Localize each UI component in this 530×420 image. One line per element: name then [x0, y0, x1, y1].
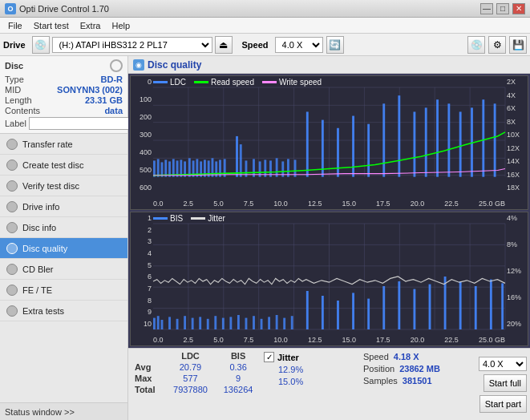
mid-key: MID [5, 85, 21, 95]
svg-rect-100 [352, 293, 354, 329]
chart-header-icon: ◉ [133, 59, 144, 71]
start-part-button[interactable]: Start part [479, 395, 527, 413]
stats-row-avg: Avg 20.79 0.36 [131, 361, 261, 373]
eject-button[interactable]: ⏏ [215, 36, 233, 54]
jitter-checkbox[interactable]: ✓ [264, 352, 274, 362]
legend-write-speed: Write speed [262, 78, 322, 87]
mid-val: SONYNN3 (002) [57, 85, 123, 95]
svg-rect-60 [494, 103, 496, 176]
chart2-y-axis-left: 10 9 8 7 6 5 4 3 2 1 [131, 212, 153, 329]
svg-rect-92 [261, 319, 263, 329]
svg-rect-80 [168, 317, 171, 329]
menu-extra[interactable]: Extra [75, 20, 106, 31]
svg-rect-107 [459, 281, 462, 329]
speed-select-stats[interactable]: 4.0 X [479, 357, 527, 371]
label-input[interactable] [29, 117, 132, 130]
stats-avg-bis: 0.36 [216, 361, 261, 373]
legend-read-speed: Read speed [194, 78, 254, 87]
transfer-rate-icon [6, 139, 18, 150]
content-area: ◉ Disc quality LDC Read speed [128, 56, 530, 420]
sidebar-item-disc-quality[interactable]: Disc quality [0, 238, 127, 259]
drive-label: Drive [3, 40, 26, 50]
minimize-button[interactable]: — [480, 3, 493, 14]
menu-file[interactable]: File [3, 20, 27, 31]
titlebar-title: Opti Drive Control 1.70 [19, 4, 109, 14]
chart1-svg [153, 87, 505, 193]
svg-rect-102 [382, 286, 385, 329]
svg-rect-77 [153, 318, 156, 329]
sidebar-item-cd-bler[interactable]: CD Bler [0, 259, 127, 280]
close-button[interactable]: ✕ [512, 3, 525, 14]
save-button[interactable]: 💾 [509, 36, 527, 54]
svg-rect-84 [199, 317, 201, 329]
start-full-button[interactable]: Start full [483, 374, 527, 392]
legend-jitter: Jitter [191, 214, 225, 223]
svg-rect-79 [161, 320, 164, 329]
stats-total-ldc: 7937880 [165, 384, 216, 395]
chart1-y-axis-left: 600 500 400 300 200 100 0 [131, 76, 153, 193]
status-window-button[interactable]: Status window >> [0, 402, 127, 420]
svg-rect-54 [425, 107, 427, 176]
drive-select[interactable]: (H:) ATAPI iHBS312 2 PL17 [52, 37, 212, 53]
extra-tests-icon [6, 305, 18, 317]
titlebar: O Opti Drive Control 1.70 — □ ✕ [0, 0, 530, 18]
contents-val: data [104, 106, 123, 115]
legend-read-speed-color [194, 81, 208, 83]
refresh-button[interactable]: 🔄 [326, 36, 344, 54]
app-icon: O [5, 3, 16, 14]
legend-ldc-color [153, 81, 168, 83]
svg-rect-91 [253, 316, 255, 329]
cd-bler-icon [6, 264, 18, 275]
length-val: 23.31 GB [85, 95, 123, 105]
type-val: BD-R [101, 75, 123, 84]
stats-avg-ldc: 20.79 [165, 361, 216, 373]
svg-rect-82 [184, 316, 186, 329]
chart2: BIS Jitter 10 9 8 7 6 5 4 3 [130, 212, 528, 346]
chart2-plot [153, 224, 505, 329]
svg-rect-46 [306, 111, 309, 176]
sidebar-item-fe-te[interactable]: FE / TE [0, 280, 127, 301]
stats-col-bis: BIS [216, 350, 261, 361]
speed-stat-val: 4.18 X [394, 352, 419, 361]
disc-section-label: Disc [5, 61, 23, 71]
charts-area: LDC Read speed Write speed 600 500 400 [128, 74, 530, 348]
position-label: Position [363, 364, 394, 374]
stats-row-max: Max 577 9 [131, 373, 261, 384]
svg-rect-108 [475, 286, 477, 329]
svg-rect-103 [398, 281, 400, 329]
position-val: 23862 MB [399, 364, 440, 374]
svg-rect-49 [352, 116, 354, 177]
chart2-svg [153, 224, 505, 329]
svg-rect-57 [459, 111, 462, 176]
create-test-disc-icon [6, 160, 18, 171]
stats-total-label: Total [131, 384, 165, 395]
disc-quality-icon [6, 243, 18, 254]
contents-key: Contents [5, 106, 40, 115]
svg-rect-88 [229, 317, 232, 329]
maximize-button[interactable]: □ [496, 3, 509, 14]
menu-help[interactable]: Help [107, 20, 135, 31]
label-key: Label [5, 119, 26, 128]
sidebar-item-extra-tests[interactable]: Extra tests [0, 301, 127, 321]
drive-info-icon [6, 201, 18, 212]
svg-rect-48 [337, 128, 339, 177]
legend-bis-color [153, 217, 168, 220]
svg-rect-78 [157, 316, 160, 329]
titlebar-left: O Opti Drive Control 1.70 [5, 3, 109, 14]
settings-button[interactable]: ⚙ [488, 36, 506, 54]
svg-rect-96 [291, 316, 293, 329]
disc-button[interactable]: 💿 [467, 36, 485, 54]
nav-items: Transfer rate Create test disc Verify te… [0, 134, 127, 402]
svg-rect-51 [382, 103, 385, 176]
stats-bar: LDC BIS Avg 20.79 0.36 Max 577 [128, 348, 530, 420]
sidebar-item-create-test-disc[interactable]: Create test disc [0, 155, 127, 176]
speed-select[interactable]: 4.0 X [275, 37, 323, 53]
sidebar-item-disc-info[interactable]: Disc info [0, 217, 127, 238]
menu-start-test[interactable]: Start test [29, 20, 74, 31]
speed-label: Speed [242, 40, 269, 50]
sidebar-item-verify-test-disc[interactable]: Verify test disc [0, 176, 127, 196]
sidebar-item-drive-info[interactable]: Drive info [0, 196, 127, 217]
verify-test-disc-icon [6, 180, 18, 192]
sidebar-item-transfer-rate[interactable]: Transfer rate [0, 134, 127, 155]
svg-rect-90 [245, 318, 248, 329]
